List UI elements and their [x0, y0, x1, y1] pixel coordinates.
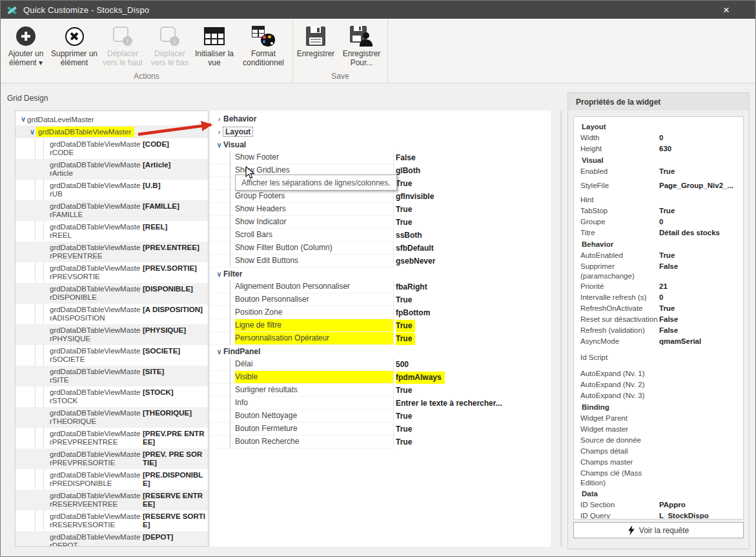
- widget-property-row[interactable]: AsyncModeqmamSerial: [574, 336, 743, 347]
- widget-property-row[interactable]: AutoExpand (Nv. 2): [574, 379, 743, 390]
- property-row[interactable]: Show IndicatorTrue: [210, 216, 551, 229]
- widget-property-row[interactable]: AutoExpand (Nv. 1): [574, 368, 743, 379]
- view-query-button[interactable]: Voir la requête: [573, 522, 744, 538]
- tree-column-item[interactable]: grdDataDBTableViewMasterUB[U.B]: [15, 180, 208, 200]
- chevron-down-icon[interactable]: ∨: [215, 141, 223, 149]
- tree-column-item[interactable]: grdDataDBTableViewMasterPREDISPONIBLE[PR…: [15, 469, 208, 490]
- widget-property-row[interactable]: Champs détail: [574, 446, 743, 457]
- property-value[interactable]: fpdmAlways: [393, 371, 551, 384]
- property-value[interactable]: Entrer le texte à rechercher...: [393, 397, 551, 410]
- tree-node-root[interactable]: ∨grdDataLevelMaster: [15, 113, 208, 125]
- widget-property-row[interactable]: Champs master: [574, 457, 743, 468]
- property-value[interactable]: True: [393, 332, 551, 345]
- property-value[interactable]: True: [393, 203, 551, 216]
- property-row[interactable]: Show Filter Button (Column)sfbDefault: [210, 242, 551, 255]
- widget-property-row[interactable]: Source de donnée: [574, 435, 743, 446]
- category-findpanel[interactable]: ∨FindPanel: [210, 345, 551, 358]
- property-value[interactable]: True: [393, 216, 551, 229]
- property-value[interactable]: gsebNever: [393, 255, 551, 268]
- property-row[interactable]: Scroll BarsssBoth: [210, 229, 551, 242]
- chevron-right-icon[interactable]: ›: [215, 115, 223, 123]
- property-row[interactable]: Bouton PersonnaliserTrue: [210, 293, 551, 306]
- enregistrer-pour-button[interactable]: Enregistrer Pour...: [337, 22, 386, 72]
- tree-column-item[interactable]: grdDataDBTableViewMasterPREVPREENTREE[PR…: [15, 428, 208, 448]
- widget-property-row[interactable]: Hint: [574, 194, 743, 205]
- widget-property-row[interactable]: AutoExpand (Nv. 3): [574, 390, 743, 401]
- widget-property-row[interactable]: RefreshOnActivateTrue: [574, 303, 743, 314]
- property-value[interactable]: True: [393, 410, 551, 423]
- format-conditionnel-button[interactable]: Format conditionnel: [236, 22, 291, 72]
- widget-property-row[interactable]: Height630: [574, 143, 743, 154]
- property-value[interactable]: glBoth: [393, 164, 551, 177]
- widget-property-row[interactable]: TabStopTrue: [574, 205, 743, 216]
- tree-column-item[interactable]: grdDataDBTableViewMasterDISPONIBLE[DISPO…: [15, 283, 208, 304]
- property-row[interactable]: VisiblefpdmAlways: [210, 371, 551, 384]
- widget-property-row[interactable]: StyleFilePage_Group_Niv2_...: [574, 180, 743, 191]
- property-value[interactable]: ssBoth: [393, 229, 551, 242]
- property-value[interactable]: False: [393, 151, 551, 164]
- widget-property-row[interactable]: Reset sur désactivationFalse: [574, 314, 743, 325]
- tree-column-item[interactable]: grdDataDBTableViewMasterPHYSIQUE[PHYSIQU…: [15, 324, 208, 345]
- tree-column-item[interactable]: grdDataDBTableViewMasterREEL[REEL]: [15, 221, 208, 242]
- widget-property-row[interactable]: Widget master: [574, 424, 743, 435]
- category-behavior[interactable]: ›Behavior: [210, 112, 551, 125]
- property-value[interactable]: gfInvisible: [393, 190, 551, 203]
- tree-column-item[interactable]: grdDataDBTableViewMasterPREVSORTIE[PREV.…: [15, 262, 208, 283]
- property-value[interactable]: True: [393, 177, 551, 190]
- property-value[interactable]: fbaRight: [393, 280, 551, 293]
- widget-property-row[interactable]: Intervalle refresh (s)0: [574, 292, 743, 303]
- property-row[interactable]: Show Edit ButtonsgsebNever: [210, 255, 551, 268]
- property-row[interactable]: Personnalisation OpérateurTrue: [210, 332, 551, 345]
- chevron-right-icon[interactable]: ›: [215, 128, 223, 136]
- property-row[interactable]: Délai500: [210, 358, 551, 371]
- widget-property-row[interactable]: Width0: [574, 132, 743, 143]
- property-value[interactable]: True: [393, 423, 551, 436]
- tree-column-item[interactable]: grdDataDBTableViewMasterSOCIETE[SOCIETE]: [15, 345, 208, 366]
- widget-property-row[interactable]: TitreDétail des stocks: [574, 227, 743, 238]
- tree-column-item[interactable]: grdDataDBTableViewMasterCODE[CODE]: [15, 138, 208, 159]
- widget-property-row[interactable]: Supprimer (paramschange)False: [574, 261, 743, 281]
- widget-property-row[interactable]: Id Script: [574, 352, 743, 363]
- tree-column-item[interactable]: grdDataDBTableViewMasterSTOCK[STOCK]: [15, 386, 208, 407]
- property-value[interactable]: sfbDefault: [393, 242, 551, 255]
- supprimer-un-l-ment-button[interactable]: Supprimer un élément: [50, 22, 99, 72]
- tree-column-item[interactable]: grdDataDBTableViewMasterADISPOSITION[A D…: [15, 304, 208, 324]
- property-row[interactable]: Bouton RechercheTrue: [210, 436, 551, 448]
- initialiser-la-vue-button[interactable]: Initialiser la vue: [193, 22, 236, 72]
- tree-column-item[interactable]: grdDataDBTableViewMasterRESERVESORTIE[RE…: [15, 510, 208, 531]
- tree-column-item[interactable]: grdDataDBTableViewMasterSITE[SITE]: [15, 366, 208, 386]
- property-value[interactable]: True: [393, 293, 551, 306]
- widget-property-row[interactable]: EnabledTrue: [574, 166, 743, 177]
- widget-property-row[interactable]: Groupe0: [574, 216, 743, 227]
- property-value[interactable]: True: [393, 384, 551, 397]
- tree-column-item[interactable]: grdDataDBTableViewMasterTHEORIQUE[THEORI…: [15, 407, 208, 428]
- tree-column-item[interactable]: grdDataDBTableViewMasterDEPOT[DEPOT]: [15, 531, 208, 547]
- widget-property-row[interactable]: ID QueryL_StockDispo: [574, 510, 743, 520]
- tree-column-item[interactable]: grdDataDBTableViewMasterFAMILLE[FAMILLE]: [15, 200, 208, 221]
- property-row[interactable]: Ligne de filtreTrue: [210, 319, 551, 332]
- property-row[interactable]: Show HeadersTrue: [210, 203, 551, 216]
- property-value[interactable]: fpBottom: [393, 306, 551, 319]
- chevron-down-icon[interactable]: ∨: [215, 348, 223, 356]
- category-layout[interactable]: ›Layout: [210, 125, 551, 138]
- category-filter[interactable]: ∨Filter: [210, 268, 551, 280]
- property-row[interactable]: Show FooterFalse: [210, 151, 551, 164]
- widget-property-row[interactable]: ID SectionPAppro: [574, 499, 743, 510]
- property-value[interactable]: True: [393, 319, 551, 332]
- close-icon[interactable]: ×: [715, 1, 737, 19]
- panel-splitter[interactable]: [560, 110, 562, 547]
- ajouter-un-l-ment-button[interactable]: Ajouter un élément ▾: [2, 22, 50, 72]
- widget-property-row[interactable]: Refresh (validation)False: [574, 325, 743, 336]
- enregistrer-button[interactable]: Enregistrer: [294, 22, 337, 72]
- widget-property-row[interactable]: Widget Parent: [574, 413, 743, 424]
- property-row[interactable]: InfoEntrer le texte à rechercher...: [210, 397, 551, 410]
- tree-node-selected[interactable]: ∨grdDataDBTableViewMaster: [15, 125, 208, 138]
- property-row[interactable]: Position ZonefpBottom: [210, 306, 551, 319]
- widget-property-row[interactable]: Priorité21: [574, 281, 743, 292]
- chevron-down-icon[interactable]: ∨: [215, 270, 223, 278]
- tree-column-item[interactable]: grdDataDBTableViewMasterPREVENTREE[PREV.…: [15, 242, 208, 262]
- property-row[interactable]: Bouton FermetureTrue: [210, 423, 551, 436]
- property-value[interactable]: True: [393, 436, 551, 448]
- property-row[interactable]: Bouton NettoyageTrue: [210, 410, 551, 423]
- property-row[interactable]: Surligner résultatsTrue: [210, 384, 551, 397]
